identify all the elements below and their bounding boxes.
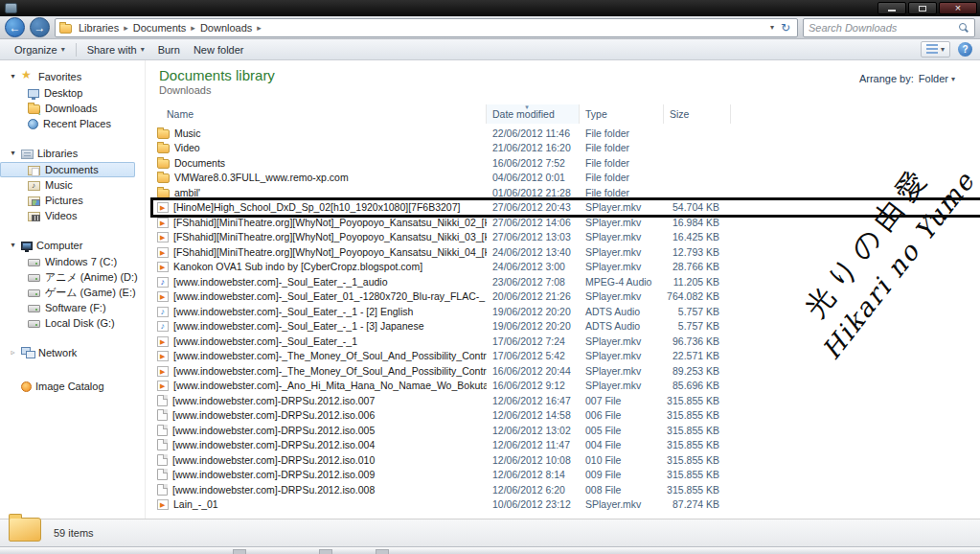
file-row[interactable]: [www.indowebster.com]-_Ano_Hi_Mita_Hana_… xyxy=(153,379,980,394)
expander-icon[interactable] xyxy=(9,72,17,81)
file-row[interactable]: Music 22/06/2012 11:46 File folder xyxy=(153,126,980,141)
sidebar-item--anime-d-[interactable]: アニメ (Anime) (D:) xyxy=(0,269,145,285)
share-with-button[interactable]: Share with xyxy=(80,42,151,58)
sidebar-item-software-f-[interactable]: Software (F:) xyxy=(0,300,145,315)
breadcrumb-item-libraries[interactable]: Libraries xyxy=(77,22,121,34)
search-input[interactable] xyxy=(809,22,958,34)
file-row[interactable]: [www.indowebster.com]-_Soul_Eater_-_1_au… xyxy=(153,274,980,289)
sidebar-item-downloads[interactable]: Downloads xyxy=(0,101,145,116)
sidebar-section-favorites[interactable]: Favorites xyxy=(0,68,145,84)
expander-icon[interactable] xyxy=(9,149,17,157)
file-icon xyxy=(157,189,170,198)
file-icon xyxy=(157,336,169,347)
file-size: 764.082 KB xyxy=(664,290,731,302)
sidebar-item-desktop[interactable]: Desktop xyxy=(0,85,145,101)
file-row[interactable]: [www.indowebster.com]-DRPSu.2012.iso.004… xyxy=(153,438,980,453)
file-date-modified: 10/06/2012 23:12 xyxy=(487,498,580,510)
file-row[interactable]: [www.indowebster.com]-DRPSu.2012.iso.009… xyxy=(153,468,980,483)
sidebar-item--game-e-[interactable]: ゲーム (Game) (E:) xyxy=(0,285,145,300)
file-date-modified: 12/06/2012 10:08 xyxy=(487,454,580,466)
file-row[interactable]: Video 21/06/2012 16:20 File folder xyxy=(153,141,980,156)
file-row[interactable]: [FShahid][MiniTheatre.org][WhyNot]_Poyop… xyxy=(153,230,980,245)
sort-descending-icon xyxy=(525,104,529,111)
sidebar-section-computer[interactable]: Computer xyxy=(0,237,145,253)
file-row[interactable]: ambil' 01/06/2012 21:28 File folder xyxy=(153,185,980,200)
organize-button[interactable]: Organize xyxy=(8,42,72,58)
column-header-type[interactable]: Type xyxy=(580,104,664,124)
taskbar-item[interactable] xyxy=(376,549,389,554)
file-row[interactable]: [www.indowebster.com]-_Soul_Eater_-_1 17… xyxy=(153,334,980,349)
sidebar-item-documents[interactable]: Documents xyxy=(0,162,135,177)
file-row[interactable]: [FShahid][MiniTheatre.org][WhyNot]_Poyop… xyxy=(153,244,980,260)
file-row[interactable]: [www.indowebster.com]-_Soul_Eater_01_-12… xyxy=(153,289,980,305)
breadcrumb-separator-icon[interactable] xyxy=(121,23,131,33)
file-name: [www.indowebster.com]-_Soul_Eater_-_1 - … xyxy=(173,320,423,332)
file-row[interactable]: [www.indowebster.com]-_The_Money_Of_Soul… xyxy=(153,349,980,364)
search-icon[interactable] xyxy=(958,22,969,34)
address-dropdown-icon[interactable] xyxy=(766,23,778,32)
file-row[interactable]: Lain_-_01 10/06/2012 23:12 SPlayer.mkv 8… xyxy=(153,497,980,513)
file-row[interactable]: [www.indowebster.com]-_The_Money_Of_Soul… xyxy=(153,363,980,379)
file-row[interactable]: Documents 16/06/2012 7:52 File folder xyxy=(153,155,980,171)
breadcrumb-separator-icon[interactable] xyxy=(188,23,198,33)
sidebar-item-windows-7-c-[interactable]: Windows 7 (C:) xyxy=(0,254,145,269)
sidebar-item-recent-places[interactable]: Recent Places xyxy=(0,116,145,131)
file-name: [HinoMe]High_School_DxD_Sp_02[h10_1920x1… xyxy=(173,201,460,213)
arrange-by-dropdown[interactable]: Folder xyxy=(919,73,955,84)
file-date-modified: 12/06/2012 8:14 xyxy=(487,469,580,480)
file-name: [www.indowebster.com]-DRPSu.2012.iso.006 xyxy=(172,409,375,421)
file-date-modified: 21/06/2012 16:20 xyxy=(487,142,580,153)
file-row[interactable]: [HinoMe]High_School_DxD_Sp_02[h10_1920x1… xyxy=(153,200,980,216)
taskbar-item[interactable] xyxy=(319,549,332,554)
column-header-date-modified[interactable]: Date modified xyxy=(487,104,580,124)
file-icon xyxy=(157,144,170,153)
item-label: Local Disk (G:) xyxy=(45,317,115,329)
file-name: Video xyxy=(174,142,200,153)
expander-icon[interactable] xyxy=(9,348,17,357)
file-type: 004 File xyxy=(580,439,664,450)
sidebar-section-network[interactable]: Network xyxy=(0,344,145,360)
column-header-name[interactable]: Name xyxy=(153,104,487,124)
file-row[interactable]: [www.indowebster.com]-DRPSu.2012.iso.007… xyxy=(153,393,980,408)
sidebar-section-image-catalog[interactable]: Image Catalog xyxy=(0,378,145,394)
file-row[interactable]: [www.indowebster.com]-DRPSu.2012.iso.006… xyxy=(153,408,980,424)
burn-button[interactable]: Burn xyxy=(151,42,187,58)
help-button[interactable]: ? xyxy=(958,42,972,57)
file-row[interactable]: [FShahid][MiniTheatre.org][WhyNot]_Poyop… xyxy=(153,215,980,230)
maximize-button[interactable] xyxy=(908,2,937,14)
file-row[interactable]: Kanokon OVA1 Sub indo by [CyberCropz.blo… xyxy=(153,260,980,275)
item-count: 59 items xyxy=(54,527,94,539)
file-row[interactable]: [www.indowebster.com]-_Soul_Eater_-_1 - … xyxy=(153,319,980,335)
sidebar-section-libraries[interactable]: Libraries xyxy=(0,145,145,161)
back-button[interactable] xyxy=(5,17,25,37)
sidebar-item-videos[interactable]: Videos xyxy=(0,208,145,223)
item-icon xyxy=(28,89,39,98)
file-row[interactable]: VMWare8.0.3FULL_www.remo-xp.com 04/06/20… xyxy=(153,171,980,186)
breadcrumb-item-documents[interactable]: Documents xyxy=(131,22,189,34)
column-header-size[interactable]: Size xyxy=(664,104,731,124)
close-button[interactable] xyxy=(939,2,977,14)
file-row[interactable]: [www.indowebster.com]-DRPSu.2012.iso.005… xyxy=(153,423,980,438)
search-box[interactable] xyxy=(803,18,975,37)
file-name: [www.indowebster.com]-DRPSu.2012.iso.010 xyxy=(172,454,375,466)
minimize-button[interactable] xyxy=(877,2,906,14)
sidebar-item-music[interactable]: Music xyxy=(0,177,145,193)
file-icon xyxy=(157,277,169,288)
new-folder-button[interactable]: New folder xyxy=(187,42,251,58)
forward-button[interactable] xyxy=(30,17,50,37)
organize-label: Organize xyxy=(14,44,57,56)
taskbar-item[interactable] xyxy=(233,549,246,554)
file-row[interactable]: [www.indowebster.com]-DRPSu.2012.iso.008… xyxy=(153,482,980,497)
change-view-button[interactable] xyxy=(921,41,950,58)
breadcrumb[interactable]: Libraries Documents Downloads xyxy=(55,18,798,37)
file-row[interactable]: [www.indowebster.com]-_Soul_Eater_-_1 - … xyxy=(153,304,980,319)
file-type: SPlayer.mkv xyxy=(580,290,664,302)
sidebar-item-pictures[interactable]: Pictures xyxy=(0,193,145,208)
file-row[interactable]: [www.indowebster.com]-DRPSu.2012.iso.010… xyxy=(153,452,980,468)
expander-icon[interactable] xyxy=(9,241,17,249)
breadcrumb-item-downloads[interactable]: Downloads xyxy=(198,22,254,34)
item-icon xyxy=(28,305,40,312)
sidebar-item-local-disk-g-[interactable]: Local Disk (G:) xyxy=(0,315,145,331)
refresh-icon[interactable] xyxy=(778,21,793,35)
breadcrumb-separator-icon[interactable] xyxy=(254,23,264,33)
